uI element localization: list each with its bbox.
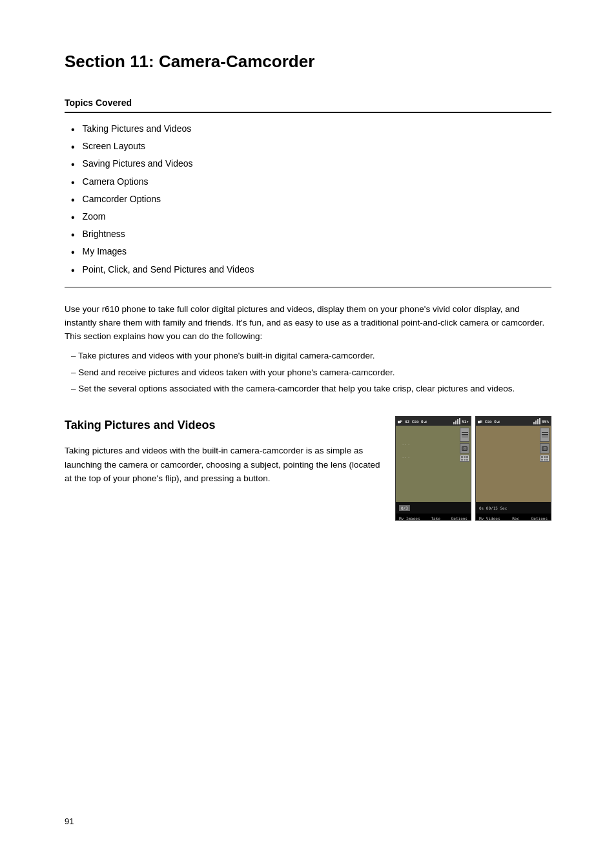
list-item: My Images	[71, 246, 551, 258]
battery-2: 95%	[542, 419, 549, 424]
bottom-labels-bar-1: My Images Take Options	[396, 514, 471, 521]
phone-screen-2: ■E C≡⊙ O⊿ 95%	[475, 416, 551, 521]
intro-list-item: Take pictures and videos with your phone…	[71, 349, 551, 362]
taking-pictures-text-block: Taking Pictures and Videos Taking pictur…	[65, 416, 382, 486]
status-bar-left-2: ■E C≡⊙ O⊿	[478, 419, 500, 424]
bottom-label-take: Take	[431, 516, 440, 521]
list-item: Screen Layouts	[71, 141, 551, 153]
page-number: 91	[65, 816, 74, 826]
taking-pictures-body: Taking pictures and videos with the buil…	[65, 444, 382, 486]
bottom-labels-bar-2: My Videos Rec Options	[476, 514, 551, 521]
bottom-info-bar-2: 0s 00/15 Sec	[476, 502, 551, 514]
list-item: Point, Click, and Send Pictures and Vide…	[71, 264, 551, 276]
intro-list: Take pictures and videos with your phone…	[65, 349, 551, 395]
bottom-label-my-videos: My Videos	[479, 516, 500, 521]
topics-list: Taking Pictures and Videos Screen Layout…	[71, 123, 551, 276]
list-item: Brightness	[71, 229, 551, 241]
divider-bottom	[65, 287, 551, 287]
taking-pictures-section: Taking Pictures and Videos Taking pictur…	[65, 416, 551, 521]
phone-screenshots: ■F 42 C≡⊙ O⊿ 51↑	[395, 416, 551, 521]
topics-covered-label: Topics Covered	[65, 98, 551, 108]
bottom-label-options: Options	[451, 516, 467, 521]
list-item: Zoom	[71, 211, 551, 223]
vf-right-panel-1	[460, 428, 469, 462]
signal-bars-2	[533, 418, 540, 424]
focus-dots-1: · · ·	[402, 442, 409, 448]
status-icons-1: ■F 42 C≡⊙ O⊿	[398, 419, 427, 424]
bottom-label-rec: Rec	[512, 516, 519, 521]
divider-top	[65, 112, 551, 113]
bottom-info-bar-1: 0/3	[396, 502, 471, 514]
page-container: Section 11: Camera-Camcorder Topics Cove…	[0, 0, 616, 852]
counter-badge-1: 0/3	[399, 505, 410, 511]
viewfinder-2	[476, 426, 551, 502]
phone-screen-1-inner: ■F 42 C≡⊙ O⊿ 51↑	[396, 417, 471, 520]
intro-block: Use your r610 phone to take full color d…	[65, 303, 551, 396]
taking-pictures-subtitle: Taking Pictures and Videos	[65, 416, 382, 435]
status-icons-2: ■E C≡⊙ O⊿	[478, 419, 500, 424]
signal-area-1: 51↑	[453, 418, 469, 424]
list-item: Camcorder Options	[71, 194, 551, 206]
camera-icon-2	[540, 443, 549, 453]
list-item: Camera Options	[71, 176, 551, 189]
bottom-label-my-images: My Images	[399, 516, 420, 521]
phone-screen-2-inner: ■E C≡⊙ O⊿ 95%	[476, 417, 551, 520]
menu-icon-2	[540, 428, 549, 442]
section-title: Section 11: Camera-Camcorder	[65, 52, 551, 72]
signal-bars-1	[453, 418, 460, 424]
intro-list-item: Set the several options associated with …	[71, 382, 551, 395]
list-item: Taking Pictures and Videos	[71, 123, 551, 136]
signal-area-2: 95%	[533, 418, 549, 424]
status-bar-2: ■E C≡⊙ O⊿ 95%	[476, 417, 551, 426]
intro-list-item: Send and receive pictures and videos tak…	[71, 366, 551, 379]
focus-dots-2: · · ·	[402, 455, 409, 461]
list-item: Saving Pictures and Videos	[71, 158, 551, 171]
topics-covered-block: Topics Covered Taking Pictures and Video…	[65, 98, 551, 287]
bottom-label-options-2: Options	[531, 516, 548, 521]
grid-icon-1	[460, 455, 469, 462]
counter-badge-2: 0s 00/15 Sec	[479, 506, 507, 510]
viewfinder-1: · · · · · ·	[396, 426, 471, 502]
status-bar-1: ■F 42 C≡⊙ O⊿ 51↑	[396, 417, 471, 426]
status-bar-left-1: ■F 42 C≡⊙ O⊿	[398, 419, 427, 424]
intro-paragraph: Use your r610 phone to take full color d…	[65, 303, 551, 344]
vf-right-panel-2	[540, 428, 549, 462]
phone-screen-1: ■F 42 C≡⊙ O⊿ 51↑	[395, 416, 471, 521]
menu-icon-1	[460, 428, 469, 442]
battery-1: 51↑	[462, 419, 469, 424]
grid-icon-2	[540, 455, 549, 462]
camera-icon-1	[460, 443, 469, 453]
